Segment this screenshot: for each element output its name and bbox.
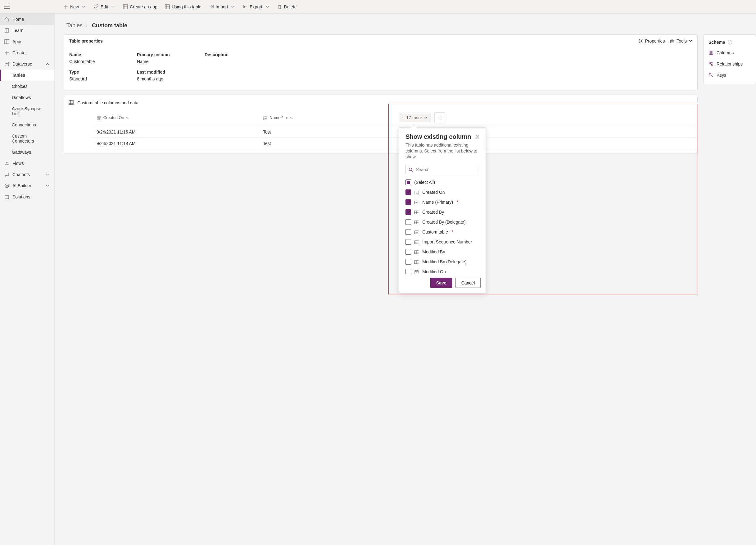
sidebar-item-learn[interactable]: Learn — [0, 25, 54, 36]
column-header-created-on[interactable]: Created On — [92, 109, 259, 126]
sidebar-item-connections[interactable]: Connections — [0, 119, 54, 130]
export-button[interactable]: Export — [240, 2, 273, 11]
more-columns-button[interactable]: +17 more — [400, 113, 431, 122]
column-option[interactable]: Modified By (Delegate) — [404, 257, 483, 267]
chevron-up-icon — [45, 61, 50, 66]
text-icon — [414, 200, 419, 204]
column-option[interactable]: Created On — [404, 187, 483, 197]
edit-button[interactable]: Edit — [91, 2, 119, 11]
key-icon — [708, 73, 713, 78]
search-icon — [408, 167, 413, 172]
table-icon — [165, 4, 170, 9]
sidebar-item-azure-synapse-link[interactable]: Azure Synapse Link — [0, 103, 54, 119]
schema-item-label: Columns — [717, 50, 734, 55]
sidebar-item-choices[interactable]: Choices — [0, 81, 54, 92]
schema-item-columns[interactable]: Columns — [704, 47, 756, 58]
property-value-name: Custom table — [69, 59, 128, 64]
sidebar-item-chatbots[interactable]: Chatbots — [0, 169, 54, 180]
sidebar-item-dataflows[interactable]: Dataflows — [0, 92, 54, 103]
cell-name: Test — [259, 138, 393, 149]
date-icon — [414, 270, 419, 274]
column-label: Created On — [103, 115, 124, 120]
checkbox-checked — [405, 189, 411, 195]
column-option[interactable]: Created By (Delegate) — [404, 217, 483, 227]
search-field[interactable] — [405, 165, 479, 174]
required-indicator: * — [452, 229, 453, 234]
property-label-primary-column: Primary column — [137, 48, 196, 57]
add-column-button[interactable] — [434, 112, 445, 123]
column-option[interactable]: Created By — [404, 207, 483, 217]
sidebar-item-tables[interactable]: Tables — [0, 70, 54, 81]
column-option[interactable]: Custom table* — [404, 227, 483, 237]
sidebar-item-label: Apps — [12, 39, 22, 44]
close-button[interactable] — [475, 133, 479, 139]
search-input[interactable] — [416, 167, 477, 172]
schema-item-relationships[interactable]: Relationships — [704, 58, 756, 70]
column-header-name[interactable]: Name * — [259, 109, 393, 126]
column-option[interactable]: Name (Primary)* — [404, 197, 483, 207]
option-label: Name (Primary) — [422, 200, 453, 205]
table-icon — [69, 100, 74, 106]
sidebar-item-gateways[interactable]: Gateways — [0, 147, 54, 158]
column-option[interactable]: Modified By — [404, 247, 483, 257]
option-label: Created By (Delegate) — [422, 220, 465, 225]
cmd-label: Export — [250, 4, 262, 9]
ai-icon — [4, 183, 9, 188]
command-bar: New Edit Create an app Using this table … — [14, 2, 300, 11]
sort-ascending-icon — [285, 116, 288, 120]
delete-button[interactable]: Delete — [274, 2, 300, 11]
table-row[interactable]: 9/24/2021 11:15 AM Test — [64, 126, 697, 138]
column-option[interactable]: Import Sequence Number — [404, 237, 483, 247]
sidebar-item-home[interactable]: Home — [0, 14, 54, 25]
sidebar-item-label: Create — [12, 50, 25, 55]
using-this-table-button[interactable]: Using this table — [162, 2, 205, 11]
column-option[interactable]: Modified On — [404, 267, 483, 274]
sidebar-item-label: Home — [12, 17, 24, 22]
table-row[interactable]: 9/24/2021 11:18 AM Test — [64, 138, 697, 149]
info-icon[interactable]: i — [728, 40, 732, 44]
option-select-all[interactable]: (Select All) — [404, 177, 483, 187]
toolbox-icon — [670, 39, 675, 43]
schema-item-keys[interactable]: Keys — [704, 70, 756, 81]
sidebar-item-label: Learn — [12, 28, 24, 33]
sidebar-item-flows[interactable]: Flows — [0, 158, 54, 169]
cmd-label: Import — [216, 4, 228, 9]
sidebar-item-solutions[interactable]: Solutions — [0, 191, 54, 202]
tools-button[interactable]: Tools — [670, 39, 692, 43]
chevron-down-icon — [689, 40, 692, 42]
cancel-button[interactable]: Cancel — [455, 278, 481, 288]
schema-item-label: Keys — [717, 73, 726, 78]
sidebar-item-custom-connectors[interactable]: Custom Connectors — [0, 130, 54, 147]
breadcrumb-leaf: Custom table — [92, 22, 127, 29]
plus-icon — [63, 4, 68, 9]
sidebar-item-apps[interactable]: Apps — [0, 36, 54, 47]
new-button[interactable]: New — [60, 2, 89, 11]
chevron-down-icon — [81, 4, 86, 9]
sidebar-item-dataverse[interactable]: Dataverse — [0, 58, 54, 70]
sidebar-item-ai-builder[interactable]: AI Builder — [0, 180, 54, 191]
trash-icon — [277, 4, 282, 9]
breadcrumb-root[interactable]: Tables — [66, 22, 83, 29]
popover-subtitle: This table has additional existing colum… — [399, 142, 486, 162]
card-title: Schema — [708, 40, 725, 45]
sidebar-item-label: Dataverse — [12, 61, 32, 66]
database-icon — [4, 61, 9, 66]
schema-item-label: Relationships — [717, 61, 743, 66]
option-label: Created By — [422, 210, 444, 215]
schema-card: Schema i Columns Relationships Keys — [703, 34, 756, 84]
app-icon — [123, 4, 128, 9]
sidebar: Home Learn Apps Create Dataverse Tables … — [0, 14, 55, 545]
properties-button[interactable]: Properties — [638, 39, 665, 43]
property-label-last-modified: Last modified — [137, 66, 196, 75]
close-icon — [475, 134, 479, 139]
table-data-card: Custom table columns and data Create — [64, 96, 698, 153]
save-button[interactable]: Save — [430, 278, 452, 288]
chevron-down-icon — [111, 4, 115, 9]
sidebar-item-create[interactable]: Create — [0, 47, 54, 58]
import-button[interactable]: Import — [206, 2, 239, 11]
create-app-button[interactable]: Create an app — [120, 2, 161, 11]
book-icon — [4, 28, 9, 33]
hamburger-menu-icon[interactable] — [4, 5, 10, 9]
required-indicator: * — [280, 115, 283, 120]
show-existing-column-popover: Show existing column This table has addi… — [399, 127, 486, 293]
